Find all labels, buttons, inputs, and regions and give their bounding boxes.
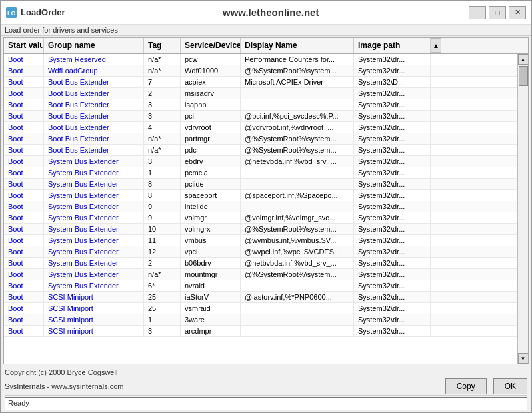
cell: Boot bbox=[4, 54, 44, 65]
cell: nvraid bbox=[181, 280, 241, 291]
table-row[interactable]: BootSCSI Miniport25iaStorV@iastorv.inf,%… bbox=[4, 292, 517, 303]
cell: Boot bbox=[4, 303, 44, 314]
table-row[interactable]: BootBoot Bus Extender3isapnpSystem32\dr.… bbox=[4, 99, 517, 111]
cell: WdfLoadGroup bbox=[44, 65, 144, 76]
cell: System32\dr... bbox=[354, 246, 431, 257]
table-row[interactable]: BootWdfLoadGroupn/a*Wdf01000@%SystemRoot… bbox=[4, 65, 517, 77]
cell: System32\dr... bbox=[354, 314, 431, 325]
table-row[interactable]: BootSystem Bus Extendern/a*mountmgr@%Sys… bbox=[4, 269, 517, 280]
cell: Boot bbox=[4, 280, 44, 291]
title-url: www.letheonline.net bbox=[73, 7, 469, 18]
cell: b06bdrv bbox=[181, 258, 241, 268]
status-text: Ready bbox=[5, 397, 527, 410]
cell: Boot bbox=[4, 65, 44, 76]
cell: System Bus Extender bbox=[44, 212, 144, 223]
cell: 12 bbox=[144, 246, 181, 257]
cell: Boot Bus Extender bbox=[44, 111, 144, 121]
table-row[interactable]: BootSystem Bus Extender2b06bdrv@netbvbda… bbox=[4, 258, 517, 269]
app-name: LoadOrder bbox=[21, 7, 65, 17]
table-row[interactable]: BootSystem Bus Extender3ebdrv@netevbda.i… bbox=[4, 156, 517, 167]
table-row[interactable]: BootSystem Bus Extender11vmbus@wvmbus.in… bbox=[4, 235, 517, 246]
cell: n/a* bbox=[144, 269, 181, 280]
cell: partmgr bbox=[181, 133, 241, 144]
cell bbox=[241, 179, 354, 189]
cell: System32\D... bbox=[354, 77, 431, 87]
table-row[interactable]: BootSystem Bus Extender1pcmciaSystem32\d… bbox=[4, 167, 517, 179]
table-row[interactable]: BootSCSI miniport13wareSystem32\dr... bbox=[4, 314, 517, 326]
cell: System Bus Extender bbox=[44, 258, 144, 268]
cell: Wdf01000 bbox=[181, 65, 241, 76]
footer-actions: SysInternals - www.sysinternals.com Copy… bbox=[5, 378, 527, 394]
copy-button[interactable]: Copy bbox=[445, 378, 487, 394]
cell: vpci bbox=[181, 246, 241, 257]
cell: System Bus Extender bbox=[44, 280, 144, 291]
cell: 3 bbox=[144, 99, 181, 110]
cell: System Bus Extender bbox=[44, 269, 144, 280]
cell: @%SystemRoot%\system... bbox=[241, 65, 354, 76]
cell: Boot bbox=[4, 99, 44, 110]
cell: System32\dr... bbox=[354, 190, 431, 201]
cell: intelide bbox=[181, 201, 241, 212]
cell: SCSI Miniport bbox=[44, 292, 144, 302]
table-row[interactable]: BootSCSI miniport3arcdmprSystem32\dr... bbox=[4, 326, 517, 337]
col-header-group[interactable]: Group name bbox=[44, 38, 144, 53]
cell: pci bbox=[181, 111, 241, 121]
cell: Boot Bus Extender bbox=[44, 133, 144, 144]
website-text: SysInternals - www.sysinternals.com bbox=[5, 382, 124, 390]
cell: Boot bbox=[4, 190, 44, 201]
cell: System32\dr... bbox=[354, 167, 431, 178]
cell: 1 bbox=[144, 167, 181, 178]
table-row[interactable]: BootSystem Bus Extender12vpci@wvpci.inf,… bbox=[4, 246, 517, 258]
cell: Boot bbox=[4, 88, 44, 99]
table-row[interactable]: BootSystem Bus Extender6*nvraidSystem32\… bbox=[4, 280, 517, 292]
cell: volmgrx bbox=[181, 224, 241, 234]
cell: Boot bbox=[4, 145, 44, 155]
title-bar: LO LoadOrder www.letheonline.net ─ □ ✕ bbox=[1, 1, 531, 25]
col-header-image[interactable]: Image path bbox=[354, 38, 431, 53]
table-row[interactable]: BootBoot Bus Extender3pci@pci.inf,%pci_s… bbox=[4, 111, 517, 122]
table-row[interactable]: BootBoot Bus Extender7acpiexMicrosoft AC… bbox=[4, 77, 517, 88]
table-body[interactable]: BootSystem Reservedn/a*pcwPerformance Co… bbox=[4, 54, 517, 364]
cell: @spaceport.inf,%Spacepo... bbox=[241, 190, 354, 201]
cell: 25 bbox=[144, 303, 181, 314]
table-row[interactable]: BootSystem Bus Extender9intelideSystem32… bbox=[4, 201, 517, 212]
col-header-start[interactable]: Start value bbox=[4, 38, 44, 53]
cell: 7 bbox=[144, 77, 181, 87]
cell: System Reserved bbox=[44, 54, 144, 65]
table-row[interactable]: BootBoot Bus Extender4vdrvroot@vdrvroot.… bbox=[4, 122, 517, 133]
close-button[interactable]: ✕ bbox=[509, 6, 526, 19]
cell: 10 bbox=[144, 224, 181, 234]
scroll-thumb[interactable] bbox=[519, 66, 528, 86]
cell: System Bus Extender bbox=[44, 167, 144, 178]
cell: System Bus Extender bbox=[44, 224, 144, 234]
cell bbox=[241, 314, 354, 325]
col-header-tag[interactable]: Tag bbox=[144, 38, 181, 53]
cell: 6* bbox=[144, 280, 181, 291]
table-row[interactable]: BootSystem Bus Extender8pciideSystem32\d… bbox=[4, 179, 517, 190]
cell: Boot bbox=[4, 269, 44, 280]
table-row[interactable]: BootSCSI Miniport25vsmraidSystem32\dr... bbox=[4, 303, 517, 314]
cell: System32\dr... bbox=[354, 280, 431, 291]
table-row[interactable]: BootSystem Bus Extender9volmgr@volmgr.in… bbox=[4, 212, 517, 224]
col-header-service[interactable]: Service/Device bbox=[181, 38, 241, 53]
cell: @%SystemRoot%\system... bbox=[241, 145, 354, 155]
ok-button[interactable]: OK bbox=[493, 378, 527, 394]
cell: n/a* bbox=[144, 54, 181, 65]
scrollbar[interactable]: ▲ ▼ bbox=[517, 54, 528, 364]
col-header-display[interactable]: Display Name bbox=[241, 38, 354, 53]
sort-arrow: ▲ bbox=[431, 38, 441, 53]
table-row[interactable]: BootBoot Bus Extendern/a*pdc@%SystemRoot… bbox=[4, 145, 517, 156]
cell bbox=[241, 303, 354, 314]
maximize-button[interactable]: □ bbox=[489, 6, 506, 19]
table-row[interactable]: BootSystem Bus Extender8spaceport@spacep… bbox=[4, 190, 517, 201]
table-row[interactable]: BootBoot Bus Extender2msisadrvSystem32\d… bbox=[4, 88, 517, 99]
table-row[interactable]: BootSystem Reservedn/a*pcwPerformance Co… bbox=[4, 54, 517, 65]
table-row[interactable]: BootBoot Bus Extendern/a*partmgr@%System… bbox=[4, 133, 517, 145]
table-row[interactable]: BootSystem Bus Extender10volmgrx@%System… bbox=[4, 224, 517, 235]
scroll-up-button[interactable]: ▲ bbox=[518, 54, 529, 65]
minimize-button[interactable]: ─ bbox=[469, 6, 486, 19]
cell: Boot bbox=[4, 111, 44, 121]
scroll-down-button[interactable]: ▼ bbox=[518, 353, 529, 364]
action-buttons: Copy OK bbox=[441, 378, 527, 394]
cell: System Bus Extender bbox=[44, 235, 144, 246]
